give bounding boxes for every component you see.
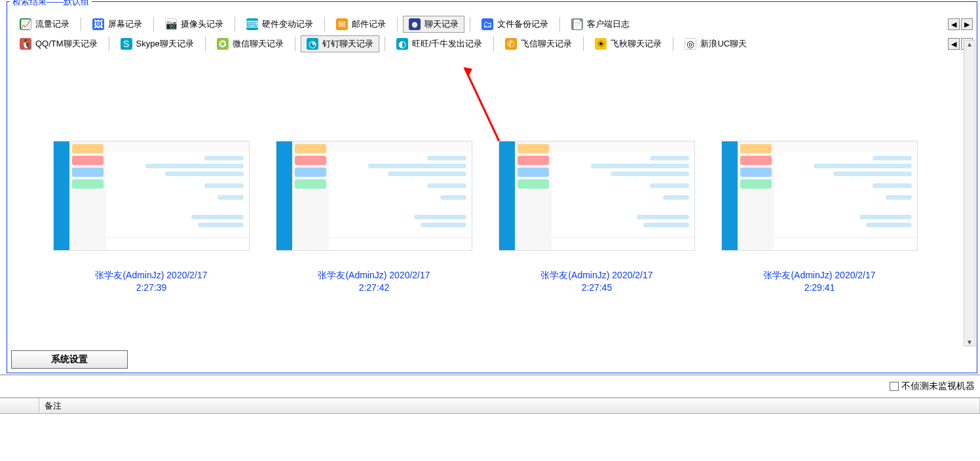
- tab-skype-chat[interactable]: SSkype聊天记录: [115, 35, 200, 52]
- row1-nav-left[interactable]: ◀: [948, 18, 960, 30]
- toolbar-separator: [385, 37, 385, 51]
- table-col-0[interactable]: [0, 398, 39, 413]
- sina-uc-chat-icon: ◎: [685, 38, 696, 50]
- toolbar-separator: [470, 17, 470, 31]
- skype-chat-icon: S: [121, 38, 132, 50]
- tab-wechat-chat[interactable]: ✪微信聊天记录: [211, 35, 290, 52]
- thumbnail-image: [276, 141, 472, 251]
- row2-nav-left[interactable]: ◀: [948, 38, 960, 50]
- search-results-group: 检索结果——默认组 📈流量记录🖼屏幕记录📷摄像头记录⌨硬件变动记录✉邮件记录☻聊…: [7, 1, 977, 373]
- toolbar-separator: [324, 17, 325, 31]
- tab-client-log[interactable]: 📄客户端日志: [565, 16, 635, 33]
- tab-ding-chat[interactable]: ◔钉钉聊天记录: [301, 35, 379, 52]
- thumbnail-caption: 张学友(AdminJz) 2020/2/17 2:27:42: [318, 269, 430, 294]
- thumbnail-image: [53, 141, 250, 251]
- wechat-chat-label: 微信聊天记录: [233, 38, 284, 50]
- tab-file-backup-record[interactable]: 🗂文件备份记录: [476, 16, 554, 33]
- tab-feiqiu-chat[interactable]: ☀飞秋聊天记录: [589, 35, 668, 52]
- toolbar-row-2: 🐧QQ/TM聊天记录SSkype聊天记录✪微信聊天记录◔钉钉聊天记录◐旺旺/千牛…: [11, 35, 973, 53]
- toolbar-separator: [559, 17, 560, 31]
- thumbnail-caption: 张学友(AdminJz) 2020/2/17 2:27:39: [95, 269, 207, 294]
- hw-change-record-icon: ⌨: [246, 18, 258, 30]
- skype-chat-label: Skype聊天记录: [136, 38, 194, 50]
- system-settings-button[interactable]: 系统设置: [11, 350, 128, 369]
- results-table: 备注: [0, 397, 980, 461]
- row1-nav: ◀ ▶: [948, 18, 973, 30]
- feixin-chat-label: 飞信聊天记录: [521, 38, 572, 50]
- tab-hw-change-record[interactable]: ⌨硬件变动记录: [240, 16, 319, 33]
- thumbnail-caption: 张学友(AdminJz) 2020/2/17 2:29:41: [763, 269, 875, 294]
- tab-screen-record[interactable]: 🖼屏幕记录: [86, 16, 148, 33]
- svg-marker-1: [464, 67, 472, 77]
- hw-change-record-label: 硬件变动记录: [262, 18, 313, 30]
- feiqiu-chat-label: 飞秋聊天记录: [611, 38, 662, 50]
- tab-feixin-chat[interactable]: ✆飞信聊天记录: [499, 35, 578, 52]
- toolbar-separator: [235, 17, 235, 31]
- toolbar-area: 📈流量记录🖼屏幕记录📷摄像头记录⌨硬件变动记录✉邮件记录☻聊天记录🗂文件备份记录…: [7, 15, 977, 56]
- qq-tm-chat-label: QQ/TM聊天记录: [35, 38, 98, 50]
- chat-record-icon: ☻: [409, 18, 421, 30]
- ding-chat-label: 钉钉聊天记录: [322, 38, 373, 50]
- client-log-label: 客户端日志: [587, 18, 630, 30]
- tab-wangwang-chat[interactable]: ◐旺旺/千牛发出记录: [390, 35, 489, 52]
- tab-sina-uc-chat[interactable]: ◎新浪UC聊天: [679, 35, 753, 52]
- tab-traffic-record[interactable]: 📈流量记录: [14, 16, 75, 33]
- tab-camera-record[interactable]: 📷摄像头记录: [159, 16, 229, 33]
- client-log-icon: 📄: [571, 18, 583, 30]
- scroll-down-icon: ▼: [966, 339, 973, 346]
- table-body: [0, 414, 980, 461]
- tab-chat-record[interactable]: ☻聊天记录: [403, 16, 464, 33]
- wangwang-chat-icon: ◐: [396, 38, 408, 50]
- toolbar-separator: [673, 37, 673, 51]
- camera-record-icon: 📷: [165, 18, 177, 30]
- thumbnail-item[interactable]: 张学友(AdminJz) 2020/2/17 2:27:39: [53, 141, 250, 294]
- file-backup-record-icon: 🗂: [481, 18, 493, 30]
- thumbnail-image: [721, 141, 918, 251]
- toolbar-separator: [153, 17, 154, 31]
- screen-record-icon: 🖼: [92, 18, 104, 30]
- screen-record-label: 屏幕记录: [108, 18, 142, 30]
- group-title: 检索结果——默认组: [10, 0, 92, 8]
- chat-record-label: 聊天记录: [424, 18, 459, 30]
- no-detect-unmonitored-checkbox[interactable]: 不侦测未监视机器: [890, 380, 975, 392]
- wechat-chat-icon: ✪: [217, 38, 229, 50]
- table-col-remark[interactable]: 备注: [39, 398, 980, 413]
- toolbar-separator: [205, 37, 206, 51]
- sina-uc-chat-label: 新浪UC聊天: [700, 38, 747, 50]
- thumbnail-area: 张学友(AdminJz) 2020/2/17 2:27:39张学友(AdminJ…: [7, 56, 977, 301]
- thumbnail-item[interactable]: 张学友(AdminJz) 2020/2/17 2:27:42: [276, 141, 472, 294]
- toolbar-separator: [109, 37, 109, 51]
- toolbar-separator: [583, 37, 584, 51]
- tab-mail-record[interactable]: ✉邮件记录: [330, 16, 392, 33]
- ding-chat-icon: ◔: [307, 38, 318, 50]
- content-vertical-scrollbar[interactable]: ▲ ▼: [964, 40, 975, 346]
- toolbar-row-1: 📈流量记录🖼屏幕记录📷摄像头记录⌨硬件变动记录✉邮件记录☻聊天记录🗂文件备份记录…: [11, 15, 973, 33]
- mail-record-label: 邮件记录: [352, 18, 386, 30]
- toolbar-separator: [81, 17, 81, 31]
- toolbar-separator: [493, 37, 494, 51]
- lower-strip: 不侦测未监视机器: [0, 375, 980, 397]
- checkbox-label: 不侦测未监视机器: [901, 380, 975, 392]
- wangwang-chat-label: 旺旺/千牛发出记录: [412, 38, 483, 50]
- lower-panel: 不侦测未监视机器 备注: [0, 375, 980, 461]
- traffic-record-icon: 📈: [20, 18, 31, 30]
- tab-qq-tm-chat[interactable]: 🐧QQ/TM聊天记录: [14, 35, 104, 52]
- table-header: 备注: [0, 398, 980, 414]
- checkbox-box-icon: [890, 382, 899, 391]
- thumbnail-image: [499, 141, 695, 251]
- camera-record-label: 摄像头记录: [181, 18, 223, 30]
- thumbnail-caption: 张学友(AdminJz) 2020/2/17 2:27:45: [540, 269, 652, 294]
- qq-tm-chat-icon: 🐧: [20, 38, 31, 50]
- mail-record-icon: ✉: [336, 18, 348, 30]
- scroll-up-icon: ▲: [966, 41, 973, 48]
- feiqiu-chat-icon: ☀: [595, 38, 607, 50]
- traffic-record-label: 流量记录: [35, 18, 69, 30]
- feixin-chat-icon: ✆: [505, 38, 517, 50]
- toolbar-separator: [397, 17, 398, 31]
- thumbnail-item[interactable]: 张学友(AdminJz) 2020/2/17 2:27:45: [499, 141, 695, 294]
- file-backup-record-label: 文件备份记录: [497, 18, 548, 30]
- toolbar-separator: [295, 37, 295, 51]
- row1-nav-right[interactable]: ▶: [961, 18, 973, 30]
- thumbnail-item[interactable]: 张学友(AdminJz) 2020/2/17 2:29:41: [721, 141, 918, 294]
